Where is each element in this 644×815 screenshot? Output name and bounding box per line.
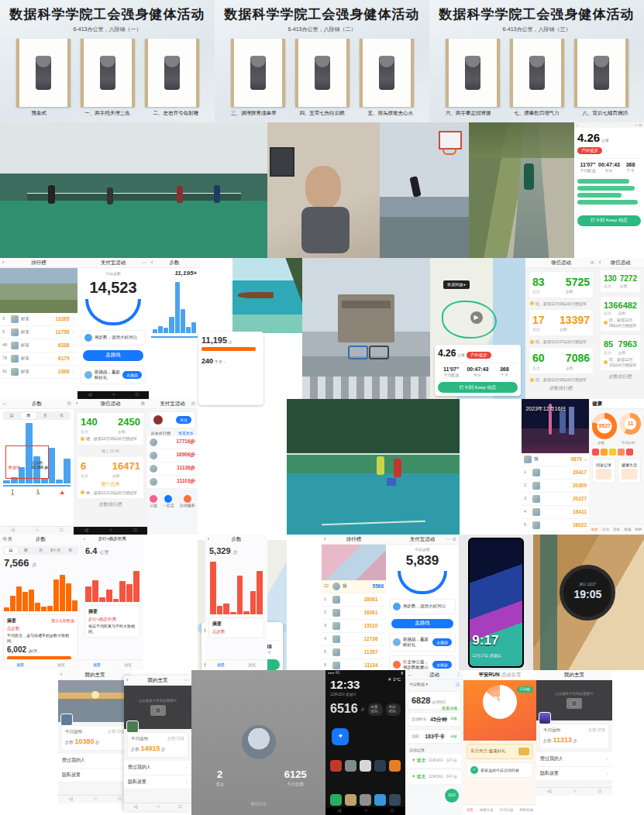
back-icon[interactable]: ‹ <box>324 536 325 542</box>
sunset-beach-cover-photo[interactable] <box>58 680 132 722</box>
heart-rate-icon[interactable] <box>618 449 625 456</box>
android-navbar[interactable]: ◁○□ <box>77 391 149 399</box>
record-row[interactable]: ✦ 健走 12月10日 · 12千步 <box>408 754 461 769</box>
browser-app-icon[interactable]: ✦ <box>332 728 349 745</box>
phone-app-icon[interactable] <box>330 794 342 806</box>
my-rank-row[interactable]: 我9879● <box>522 453 589 466</box>
back-icon[interactable]: ‹ <box>84 536 85 542</box>
steps-detail-link[interactable]: 步数详情 <box>167 736 184 741</box>
segment-year[interactable]: 年 <box>64 547 77 554</box>
rank-row[interactable]: 412736♡ <box>322 633 386 646</box>
more-icon[interactable]: ⋯ <box>184 677 190 683</box>
cover-placeholder[interactable]: 点击更换个性化封面图片 <box>536 680 612 720</box>
donate-steps-button[interactable]: 去捐步 <box>432 661 452 669</box>
tab-mall[interactable]: 商城 <box>624 528 631 532</box>
app-icon[interactable] <box>374 760 386 772</box>
liked-me-row[interactable]: 赞过我的人› <box>536 752 612 767</box>
app-icon[interactable] <box>345 760 356 772</box>
rank-row[interactable]: 11136步 <box>147 463 198 476</box>
tab-records[interactable]: 运动记录 <box>499 808 513 813</box>
rank-row[interactable]: 118081♡ <box>322 593 386 607</box>
tab-month[interactable]: 月 <box>37 412 53 419</box>
rank-row[interactable]: 78好友6179♡ <box>0 352 77 366</box>
rank-row[interactable]: 120417 <box>522 466 589 480</box>
segment-month[interactable]: 月 <box>33 547 47 554</box>
privacy-row[interactable]: 隐私设置› <box>58 769 132 783</box>
sport-service-icon[interactable] <box>184 495 191 503</box>
contacts-app-icon[interactable] <box>345 794 356 806</box>
show-all-data-link[interactable]: 显示全部数据 <box>51 618 74 624</box>
tab-tasks[interactable]: 健康任务 <box>480 808 494 813</box>
tab-year[interactable]: 年 <box>54 412 71 419</box>
go-fab-button[interactable]: GO <box>445 789 459 803</box>
tab-me[interactable]: 我的 <box>635 528 642 532</box>
challenge-button[interactable]: 去挑战 <box>432 638 452 646</box>
rank-row[interactable]: 91好友2366♡ <box>0 366 77 379</box>
more-icon[interactable]: ⋮ <box>456 672 462 678</box>
diet-icon[interactable] <box>601 449 608 456</box>
more-icon[interactable]: ⊙ <box>191 401 195 407</box>
promo-row[interactable]: 敢挑战，赢新鲜好礼 去挑战 <box>389 633 456 652</box>
keep-share-button[interactable]: 打卡到 Keep 动态 <box>577 215 641 226</box>
info-icon[interactable]: ⓘ <box>456 682 460 687</box>
charity-icon[interactable] <box>150 495 157 503</box>
back-icon[interactable]: ‹ <box>151 260 153 266</box>
tab-health[interactable]: 健康 <box>591 528 598 532</box>
tab-device[interactable]: 设备 <box>613 528 620 532</box>
rank-row[interactable]: 16906步 <box>147 449 198 463</box>
my-rank-row[interactable]: 22我5566 <box>322 580 386 593</box>
rank-row[interactable]: 511287♡ <box>322 646 386 659</box>
steps-detail-link[interactable]: 步数详情 <box>108 729 125 734</box>
promo-row[interactable]: 用步数，游历大好河山 <box>389 599 456 614</box>
cover-placeholder[interactable]: 点击更换个性化封面图片 <box>124 686 191 729</box>
rank-row[interactable]: 516022 <box>522 519 589 532</box>
rank-row[interactable]: 216061♡ <box>322 607 386 620</box>
keep-share-button[interactable]: 打卡到 Keep 动态 <box>438 382 518 393</box>
sleep-icon[interactable] <box>609 449 616 456</box>
like-text[interactable]: 赞个优秀 <box>81 482 140 488</box>
record-row[interactable]: ✦ 健走 12月09日 · 14千步 <box>408 770 461 785</box>
back-icon[interactable]: ‹ <box>126 677 128 683</box>
share-icon[interactable]: ⎘ <box>67 401 71 407</box>
sport-record-icon[interactable] <box>592 449 599 456</box>
tab-summary[interactable]: 摘要 <box>93 662 101 668</box>
tab-summary[interactable]: 摘要 <box>16 662 24 668</box>
promo-row[interactable]: 行走做公益，用步数献爱心 去捐步 <box>389 655 456 670</box>
app-icon[interactable] <box>389 760 401 772</box>
back-icon[interactable]: ← <box>2 401 8 407</box>
gallery-app-icon[interactable] <box>374 794 386 806</box>
back-link[interactable]: 今天 <box>2 536 12 542</box>
app-icon[interactable] <box>360 760 371 772</box>
tab-browse[interactable]: 浏览 <box>57 662 65 668</box>
rank-row[interactable]: 416411 <box>522 506 589 519</box>
back-icon[interactable]: ‹ <box>599 260 601 266</box>
rank-row[interactable]: 611134♡ <box>322 659 386 670</box>
back-icon[interactable]: ‹ <box>60 672 62 678</box>
tab-summary[interactable]: 摘要 <box>217 662 225 668</box>
walk-together-icon[interactable] <box>164 495 172 503</box>
privacy-row[interactable]: 隐私设置› <box>536 767 612 782</box>
app-icon[interactable] <box>330 760 342 772</box>
rank-footer-link[interactable]: 步数排行榜 <box>597 374 644 380</box>
rank-row[interactable]: 320227 <box>522 493 589 506</box>
settings-icon[interactable]: ⚙ <box>140 401 145 407</box>
alipay-route-button[interactable]: 走路线 <box>391 619 453 628</box>
camera-app-icon[interactable] <box>389 794 401 806</box>
rank-row[interactable]: 220309 <box>522 480 589 493</box>
data-range-selector[interactable]: 今日数据 <box>409 682 425 686</box>
back-icon[interactable]: ‹ <box>2 260 4 266</box>
rank-row[interactable]: 3好友13265♡ <box>0 313 77 326</box>
rank-footer-link[interactable]: 步数排行榜 <box>74 502 147 508</box>
messages-app-icon[interactable] <box>360 794 371 806</box>
weight-icon[interactable] <box>626 449 633 456</box>
liked-me-row[interactable]: 赞过我的人› <box>124 761 191 775</box>
steps-widget[interactable]: 6516 <box>330 701 358 717</box>
more-icon[interactable]: ⋯ <box>142 260 147 266</box>
privacy-row[interactable]: 隐私设置› <box>124 775 191 790</box>
tab-day[interactable]: 日 <box>4 412 20 419</box>
tab-browse[interactable]: 浏览 <box>248 662 256 668</box>
tab-home[interactable]: 首页 <box>467 808 474 813</box>
rank-row[interactable]: 11103步 <box>147 476 198 489</box>
promo-row[interactable]: 敢挑战，赢新鲜好礼 去挑战 <box>81 366 146 384</box>
steps-detail-link[interactable]: 步数详情 <box>588 727 605 733</box>
